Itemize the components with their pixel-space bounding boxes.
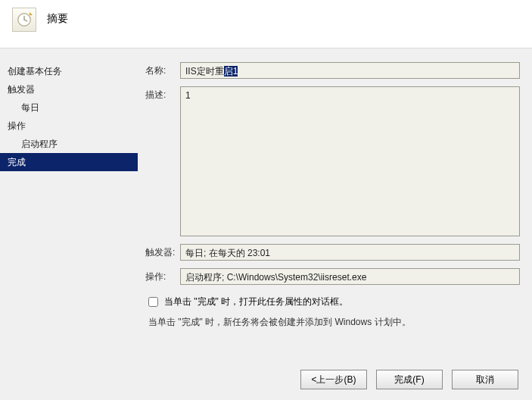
open-properties-label: 当单击 "完成" 时，打开此任务属性的对话框。 <box>164 295 348 308</box>
wizard-header: 摘要 <box>0 0 532 48</box>
summary-panel: 名称: IIS定时重启1 描述: 1 触发器: 每日; 在每天的 23:01 操… <box>138 48 532 352</box>
cancel-button[interactable]: 取消 <box>452 370 518 389</box>
sidebar-item-startprogram[interactable]: 启动程序 <box>0 135 138 153</box>
action-label: 操作: <box>145 268 180 285</box>
trigger-field: 每日; 在每天的 23:01 <box>180 244 520 261</box>
description-field: 1 <box>180 86 520 236</box>
sidebar-item-finish[interactable]: 完成 <box>0 153 138 171</box>
trigger-label: 触发器: <box>145 244 180 261</box>
clock-icon <box>12 8 36 32</box>
sidebar-item-create[interactable]: 创建基本任务 <box>0 62 138 80</box>
page-title: 摘要 <box>47 8 68 26</box>
wizard-steps: 创建基本任务 触发器 每日 操作 启动程序 完成 <box>0 48 138 352</box>
name-value-selected: 启1 <box>224 66 238 77</box>
name-field: IIS定时重启1 <box>180 62 520 79</box>
open-properties-checkbox[interactable] <box>148 297 158 307</box>
name-label: 名称: <box>145 62 180 79</box>
action-field: 启动程序; C:\Windows\System32\iisreset.exe <box>180 268 520 285</box>
name-value-prefix: IIS定时重 <box>185 66 224 77</box>
svg-marker-3 <box>30 13 32 15</box>
wizard-footer: <上一步(B) 完成(F) 取消 <box>300 370 518 389</box>
desc-label: 描述: <box>145 86 180 236</box>
sidebar-item-daily[interactable]: 每日 <box>0 98 138 117</box>
back-button[interactable]: <上一步(B) <box>300 370 367 389</box>
finish-button[interactable]: 完成(F) <box>376 370 443 389</box>
sidebar-item-action[interactable]: 操作 <box>0 117 138 135</box>
sidebar-item-trigger[interactable]: 触发器 <box>0 80 138 98</box>
finish-info-text: 当单击 "完成" 时，新任务将会被创建并添加到 Windows 计划中。 <box>148 316 520 329</box>
